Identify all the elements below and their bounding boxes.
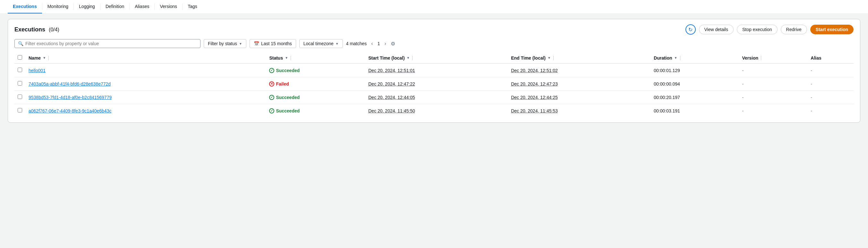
version-cell: - bbox=[739, 64, 807, 77]
row-checkbox-1[interactable] bbox=[18, 81, 22, 85]
tab-tags[interactable]: Tags bbox=[183, 0, 203, 13]
row-checkbox-0[interactable] bbox=[18, 68, 22, 72]
date-range-label: Last 15 months bbox=[261, 41, 292, 46]
status-sort-icon[interactable]: ▼ bbox=[285, 56, 288, 60]
panel-title: Executions (0/4) bbox=[14, 26, 59, 33]
next-page-button[interactable]: › bbox=[383, 40, 387, 47]
panel-title-text: Executions bbox=[14, 26, 45, 33]
table-row: 9538bd53-7fd1-4d18-af0e-b2c841569779✓Suc… bbox=[14, 91, 854, 104]
tab-definition[interactable]: Definition bbox=[100, 0, 129, 13]
start-execution-button[interactable]: Start execution bbox=[810, 25, 854, 34]
gear-icon: ⚙ bbox=[391, 41, 395, 46]
table-row: a062f767-06e7-4409-8fe3-9c1a40e6b43c✓Suc… bbox=[14, 104, 854, 117]
col-name: Name ▼ bbox=[25, 52, 266, 64]
end-time-cell: Dec 20, 2024, 12:44:25 bbox=[508, 91, 651, 104]
col-duration: Duration ▼ bbox=[651, 52, 739, 64]
col-divider-3 bbox=[412, 56, 412, 60]
col-divider-5 bbox=[680, 56, 680, 60]
timezone-caret: ▼ bbox=[336, 42, 339, 45]
col-divider-2 bbox=[290, 56, 291, 60]
top-navigation: Executions Monitoring Logging Definition… bbox=[0, 0, 868, 14]
filter-status-dropdown[interactable]: Filter by status ▼ bbox=[204, 39, 246, 48]
success-icon: ✓ bbox=[269, 68, 274, 73]
col-divider-6 bbox=[761, 56, 761, 60]
failed-icon: ✕ bbox=[269, 81, 274, 86]
view-details-button[interactable]: View details bbox=[699, 25, 734, 34]
execution-name-link[interactable]: a062f767-06e7-4409-8fe3-9c1a40e6b43c bbox=[29, 108, 111, 113]
duration-cell: 00:00:00.094 bbox=[651, 77, 739, 91]
row-checkbox-3[interactable] bbox=[18, 108, 22, 112]
date-range-dropdown[interactable]: 📅 Last 15 months bbox=[250, 39, 296, 48]
search-icon: 🔍 bbox=[18, 41, 23, 46]
version-cell: - bbox=[739, 91, 807, 104]
timezone-label: Local timezone bbox=[304, 41, 334, 46]
stop-execution-button[interactable]: Stop execution bbox=[737, 25, 778, 34]
end-time-cell: Dec 20, 2024, 12:47:23 bbox=[508, 77, 651, 91]
alias-cell: - bbox=[807, 77, 854, 91]
version-cell: - bbox=[739, 77, 807, 91]
start-time-sort-icon[interactable]: ▼ bbox=[407, 56, 410, 60]
pagination-controls: ‹ 1 › bbox=[370, 40, 387, 47]
main-content: Executions (0/4) ↻ View details Stop exe… bbox=[0, 14, 868, 128]
tab-monitoring[interactable]: Monitoring bbox=[42, 0, 73, 13]
tab-logging[interactable]: Logging bbox=[74, 0, 100, 13]
execution-name-link[interactable]: hello001 bbox=[29, 68, 45, 73]
search-box: 🔍 bbox=[14, 39, 200, 48]
alias-cell: - bbox=[807, 91, 854, 104]
table-row: hello001✓SucceededDec 20, 2024, 12:51:01… bbox=[14, 64, 854, 77]
duration-cell: 00:00:01.129 bbox=[651, 64, 739, 77]
end-time-sort-icon[interactable]: ▼ bbox=[548, 56, 551, 60]
duration-cell: 00:00:20.197 bbox=[651, 91, 739, 104]
settings-button[interactable]: ⚙ bbox=[391, 41, 395, 47]
filter-status-caret: ▼ bbox=[239, 42, 242, 45]
select-all-checkbox[interactable] bbox=[18, 55, 22, 60]
table-row: 7403a05a-abbf-41f4-bfd6-d28e638e772d✕Fai… bbox=[14, 77, 854, 91]
col-end-time: End Time (local) ▼ bbox=[508, 52, 651, 64]
start-time-cell: Dec 20, 2024, 12:47:22 bbox=[365, 77, 508, 91]
tab-aliases[interactable]: Aliases bbox=[130, 0, 154, 13]
col-divider-1 bbox=[49, 56, 49, 60]
start-time-cell: Dec 20, 2024, 11:45:50 bbox=[365, 104, 508, 117]
success-icon: ✓ bbox=[269, 95, 274, 100]
panel-header: Executions (0/4) ↻ View details Stop exe… bbox=[14, 24, 854, 35]
page-number: 1 bbox=[376, 40, 382, 47]
version-cell: - bbox=[739, 104, 807, 117]
execution-name-link[interactable]: 7403a05a-abbf-41f4-bfd6-d28e638e772d bbox=[29, 81, 111, 86]
duration-cell: 00:00:03.191 bbox=[651, 104, 739, 117]
matches-count: 4 matches bbox=[346, 41, 367, 46]
executions-table: Name ▼ Status ▼ bbox=[14, 52, 854, 117]
col-version: Version bbox=[739, 52, 807, 64]
alias-cell: - bbox=[807, 104, 854, 117]
col-alias: Alias bbox=[807, 52, 854, 64]
col-divider-4 bbox=[553, 56, 554, 60]
select-all-header bbox=[14, 52, 25, 64]
duration-sort-icon[interactable]: ▼ bbox=[674, 56, 678, 60]
panel-count: (0/4) bbox=[49, 27, 59, 32]
end-time-cell: Dec 20, 2024, 11:45:53 bbox=[508, 104, 651, 117]
end-time-cell: Dec 20, 2024, 12:51:02 bbox=[508, 64, 651, 77]
execution-name-link[interactable]: 9538bd53-7fd1-4d18-af0e-b2c841569779 bbox=[29, 95, 112, 100]
table-body: hello001✓SucceededDec 20, 2024, 12:51:01… bbox=[14, 64, 854, 117]
col-start-time: Start Time (local) ▼ bbox=[365, 52, 508, 64]
tab-versions[interactable]: Versions bbox=[155, 0, 182, 13]
success-icon: ✓ bbox=[269, 108, 274, 113]
redrive-button[interactable]: Redrive bbox=[781, 25, 807, 34]
col-status: Status ▼ bbox=[266, 52, 365, 64]
refresh-button[interactable]: ↻ bbox=[685, 24, 696, 35]
filter-status-label: Filter by status bbox=[208, 41, 237, 46]
table-header: Name ▼ Status ▼ bbox=[14, 52, 854, 64]
prev-page-button[interactable]: ‹ bbox=[370, 40, 374, 47]
executions-panel: Executions (0/4) ↻ View details Stop exe… bbox=[8, 19, 860, 123]
timezone-dropdown[interactable]: Local timezone ▼ bbox=[299, 39, 343, 48]
executions-table-wrap: Name ▼ Status ▼ bbox=[14, 52, 854, 117]
filter-row: 🔍 Filter by status ▼ 📅 Last 15 months Lo… bbox=[14, 39, 854, 48]
panel-title-group: Executions (0/4) bbox=[14, 26, 59, 33]
start-time-cell: Dec 20, 2024, 12:44:05 bbox=[365, 91, 508, 104]
header-actions: ↻ View details Stop execution Redrive St… bbox=[685, 24, 854, 35]
start-time-cell: Dec 20, 2024, 12:51:01 bbox=[365, 64, 508, 77]
name-sort-icon[interactable]: ▼ bbox=[43, 56, 46, 60]
row-checkbox-2[interactable] bbox=[18, 95, 22, 99]
search-input[interactable] bbox=[25, 41, 197, 46]
tab-executions[interactable]: Executions bbox=[8, 0, 42, 13]
refresh-icon: ↻ bbox=[688, 27, 692, 33]
